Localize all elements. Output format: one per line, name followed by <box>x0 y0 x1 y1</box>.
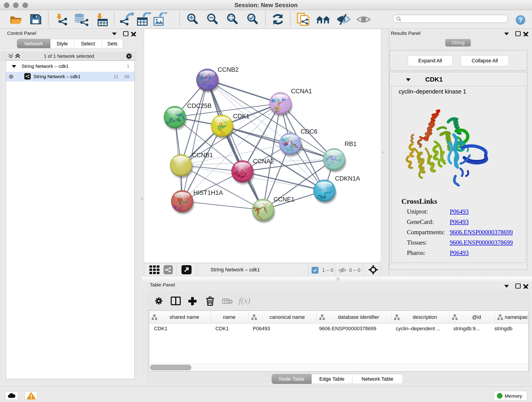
svg-text:CDK1: CDK1 <box>233 113 249 120</box>
svg-text:CCNE1: CCNE1 <box>273 196 295 203</box>
svg-text:CCNA2: CCNA2 <box>253 158 274 165</box>
svg-text:CCNB1: CCNB1 <box>192 152 213 159</box>
svg-text:CCNB2: CCNB2 <box>218 66 239 73</box>
svg-text:CDC25B: CDC25B <box>187 102 212 109</box>
svg-text:CDC6: CDC6 <box>301 128 317 135</box>
svg-text:HIST1H1A: HIST1H1A <box>193 189 223 196</box>
svg-text:CDKN1A: CDKN1A <box>335 175 360 182</box>
svg-text:RB1: RB1 <box>345 140 357 147</box>
svg-text:CCNA1: CCNA1 <box>291 88 312 95</box>
